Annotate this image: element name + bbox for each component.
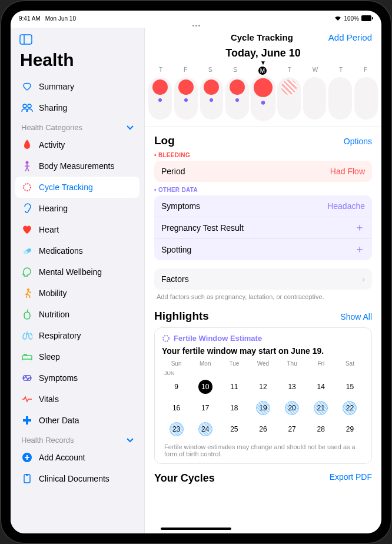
period-indicator (358, 79, 374, 95)
calendar-day-header: Fri (307, 360, 335, 367)
cycle-day-pill[interactable] (174, 77, 198, 120)
period-card[interactable]: Period Had Flow (154, 161, 372, 182)
sidebar-item-sleep[interactable]: Sleep (15, 346, 139, 367)
log-options-button[interactable]: Options (344, 137, 372, 146)
sidebar-item-label: Body Measurements (39, 161, 114, 171)
sidebar-toggle-icon[interactable] (18, 31, 34, 48)
records-header[interactable]: Health Records (15, 431, 139, 447)
week-day-letters: TFSSMTWTF (145, 65, 381, 75)
calendar-day[interactable]: 28 (307, 419, 335, 440)
week-day-letter: T (159, 67, 162, 75)
calendar-day[interactable]: 16 (162, 397, 191, 419)
your-cycles-header: Your Cycles (154, 472, 215, 485)
factors-hint: Add factors such as pregnancy, lactation… (154, 290, 372, 300)
medications-icon (21, 245, 33, 257)
today-label: Today, June 10 (145, 45, 381, 61)
calendar-day[interactable]: 14 (307, 376, 335, 397)
calendar-day-header: Sat (335, 360, 364, 367)
calendar-day[interactable]: 17 (191, 397, 220, 419)
mental-wellbeing-icon (21, 266, 33, 278)
factors-row[interactable]: Factors › (154, 268, 372, 290)
sidebar-item-label: Mobility (39, 288, 67, 298)
sidebar-item-clinical-documents[interactable]: Clinical Documents (15, 468, 139, 489)
cycle-day-pill[interactable] (200, 77, 224, 120)
cycle-day-pill[interactable] (277, 77, 301, 120)
spotting-row[interactable]: Spotting ＋ (154, 239, 372, 260)
sidebar-item-medications[interactable]: Medications (15, 240, 139, 261)
sidebar-item-mobility[interactable]: Mobility (15, 283, 139, 304)
symptoms-row[interactable]: Symptoms Headache (154, 195, 372, 217)
period-indicator (230, 79, 245, 95)
main-content: Cycle Tracking Add Period Today, June 10… (145, 28, 381, 533)
svg-point-18 (163, 336, 169, 341)
sidebar-item-add-account[interactable]: Add Account (15, 447, 139, 468)
categories-header[interactable]: Health Categories (15, 118, 139, 134)
calendar-day-header: Sun (162, 360, 191, 367)
calendar-day[interactable]: 26 (248, 419, 277, 440)
calendar-day[interactable]: 15 (335, 376, 364, 397)
today-marker: ▼ (145, 61, 381, 65)
chevron-down-icon (127, 125, 134, 130)
calendar-day[interactable]: 20 (278, 397, 307, 419)
week-day-letter: W (313, 67, 318, 75)
svg-point-5 (28, 104, 31, 108)
calendar-day[interactable]: 13 (278, 376, 307, 397)
cycle-day-pills[interactable] (145, 75, 381, 127)
sidebar-item-hearing[interactable]: Hearing (15, 198, 139, 219)
cycle-day-pill[interactable] (303, 77, 327, 120)
sidebar-item-other-data[interactable]: Other Data (15, 410, 139, 431)
calendar-day[interactable]: 25 (220, 419, 248, 440)
period-indicator (254, 78, 273, 97)
sidebar-item-nutrition[interactable]: Nutrition (15, 304, 139, 325)
sidebar-item-label: Medications (39, 246, 83, 256)
period-indicator (281, 79, 297, 95)
cycle-day-pill[interactable] (354, 77, 378, 120)
page-title: Cycle Tracking (195, 32, 328, 42)
sharing-icon (21, 102, 33, 114)
sidebar-item-vitals[interactable]: Vitals (15, 389, 139, 410)
other-data-card: Symptoms Headache Pregnancy Test Result … (154, 195, 372, 260)
cycle-day-pill[interactable] (251, 75, 276, 121)
sidebar-item-heart[interactable]: Heart (15, 219, 139, 240)
fertile-window-card[interactable]: Fertile Window Estimate Your fertile win… (154, 327, 372, 464)
week-day-letter: M (258, 67, 267, 75)
sidebar-item-mental-wellbeing[interactable]: Mental Wellbeing (15, 261, 139, 283)
pregnancy-test-row[interactable]: Pregnancy Test Result ＋ (154, 217, 372, 239)
fertile-window-text: Your fertile window may start on June 19… (162, 346, 364, 356)
calendar-day[interactable]: 23 (162, 419, 191, 440)
sidebar-item-sharing[interactable]: Sharing (15, 97, 139, 118)
calendar-day[interactable]: 29 (335, 419, 364, 440)
sidebar-item-summary[interactable]: Summary (15, 76, 139, 97)
calendar-day[interactable]: 12 (248, 376, 277, 397)
sidebar-item-symptoms[interactable]: Symptoms (15, 367, 139, 389)
status-time: 9:41 AM (19, 15, 41, 22)
calendar-day-header: Wed (248, 360, 277, 367)
multitask-dots[interactable] (11, 24, 381, 28)
calendar-day[interactable]: 24 (191, 419, 220, 440)
calendar-day[interactable]: 18 (220, 397, 248, 419)
calendar-day[interactable]: 19 (248, 397, 277, 419)
export-pdf-button[interactable]: Export PDF (330, 472, 372, 485)
add-period-button[interactable]: Add Period (328, 32, 372, 42)
sidebar-item-cycle-tracking[interactable]: Cycle Tracking (15, 177, 139, 198)
cycle-day-pill[interactable] (328, 77, 352, 120)
show-all-button[interactable]: Show All (340, 312, 372, 321)
sidebar-item-label: Mental Wellbeing (39, 267, 102, 277)
svg-point-7 (24, 184, 31, 191)
calendar-day[interactable]: 27 (278, 419, 307, 440)
sidebar-item-body-measurements[interactable]: Body Measurements (15, 155, 139, 177)
cycle-day-pill[interactable] (148, 77, 172, 120)
week-day-letter: S (208, 67, 212, 75)
svg-rect-16 (24, 475, 30, 483)
sidebar-item-respiratory[interactable]: Respiratory (15, 325, 139, 346)
home-indicator[interactable] (161, 528, 231, 530)
period-indicator (307, 79, 323, 95)
sidebar-item-activity[interactable]: Activity (15, 134, 139, 155)
calendar-day[interactable]: 9 (162, 376, 191, 397)
calendar-day[interactable]: 11 (220, 376, 248, 397)
calendar-day[interactable]: 21 (307, 397, 335, 419)
calendar-day[interactable]: 10 (191, 376, 220, 397)
calendar-day[interactable]: 22 (335, 397, 364, 419)
cycle-day-pill[interactable] (225, 77, 249, 120)
svg-point-4 (23, 104, 26, 108)
